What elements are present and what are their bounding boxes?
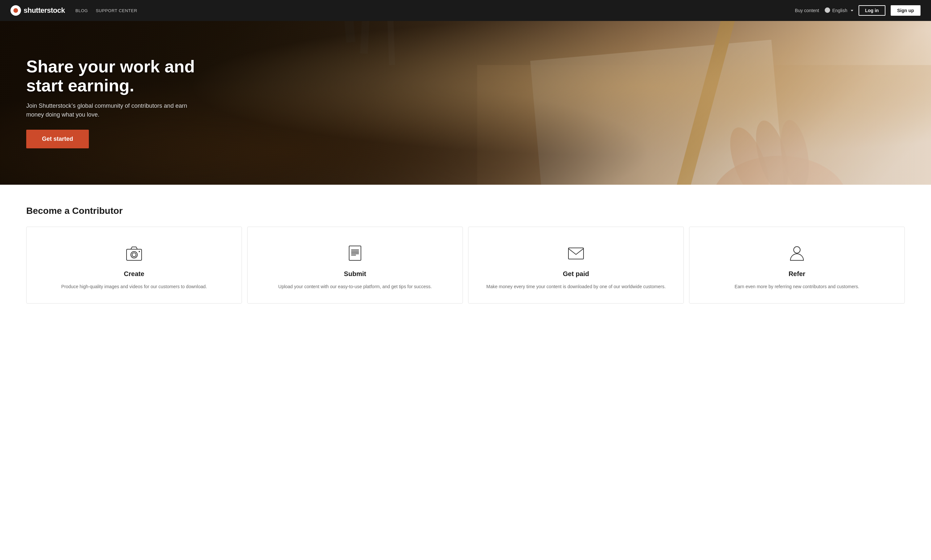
hero-title: Share your work and start earning. [26, 57, 203, 95]
svg-point-1 [14, 8, 18, 13]
hero-subtitle: Join Shutterstock’s global community of … [26, 102, 203, 119]
logo[interactable]: shutterstock [11, 5, 65, 16]
signup-button[interactable]: Sign up [891, 5, 920, 16]
refer-card-title: Refer [788, 270, 805, 278]
submit-card-desc: Upload your content with our easy-to-use… [278, 283, 432, 290]
svg-point-8 [722, 123, 777, 185]
svg-point-27 [794, 246, 800, 253]
document-icon [344, 243, 366, 264]
svg-point-10 [776, 118, 814, 185]
language-selector[interactable]: English [824, 7, 853, 14]
get-paid-card-desc: Make money every time your content is do… [486, 283, 665, 290]
svg-point-9 [750, 117, 795, 185]
chevron-down-icon [851, 10, 853, 11]
header: shutterstock BLOG SUPPORT CENTER Buy con… [0, 0, 931, 21]
svg-rect-5 [670, 21, 752, 185]
create-card-desc: Produce high-quality images and videos f… [61, 283, 207, 290]
svg-point-7 [712, 156, 848, 185]
svg-rect-26 [568, 248, 584, 259]
svg-rect-4 [530, 40, 787, 185]
submit-card: Submit Upload your content with our easy… [247, 227, 463, 303]
hero-content: Share your work and start earning. Join … [0, 57, 230, 148]
header-right: Buy content English Log in Sign up [795, 5, 920, 16]
person-icon [786, 243, 807, 264]
refer-card: Refer Earn even more by referring new co… [689, 227, 905, 303]
section-title: Become a Contributor [26, 206, 905, 216]
cards-grid: Create Produce high-quality images and v… [26, 227, 905, 303]
svg-rect-20 [349, 246, 361, 260]
svg-rect-11 [336, 21, 355, 43]
main-content: Become a Contributor Create Produce high… [0, 185, 931, 325]
submit-card-title: Submit [344, 270, 366, 278]
nav-support-center[interactable]: SUPPORT CENTER [96, 8, 137, 13]
refer-card-desc: Earn even more by referring new contribu… [735, 283, 860, 290]
create-card-title: Create [124, 270, 144, 278]
globe-icon [824, 7, 831, 14]
nav-blog[interactable]: BLOG [76, 8, 88, 13]
get-paid-card-title: Get paid [563, 270, 589, 278]
hero-section: Share your work and start earning. Join … [0, 21, 931, 185]
mail-icon [565, 243, 587, 264]
svg-point-18 [132, 253, 136, 257]
create-card: Create Produce high-quality images and v… [26, 227, 242, 303]
get-started-button[interactable]: Get started [26, 130, 89, 148]
language-label: English [832, 8, 848, 13]
svg-rect-3 [477, 65, 931, 185]
svg-rect-13 [384, 21, 395, 65]
svg-rect-12 [360, 21, 375, 54]
buy-content-link[interactable]: Buy content [795, 8, 819, 13]
nav-links: BLOG SUPPORT CENTER [76, 8, 795, 13]
get-paid-card: Get paid Make money every time your cont… [468, 227, 684, 303]
login-button[interactable]: Log in [858, 5, 885, 16]
svg-point-19 [139, 251, 140, 252]
camera-icon [124, 243, 145, 264]
logo-text: shutterstock [23, 6, 65, 15]
